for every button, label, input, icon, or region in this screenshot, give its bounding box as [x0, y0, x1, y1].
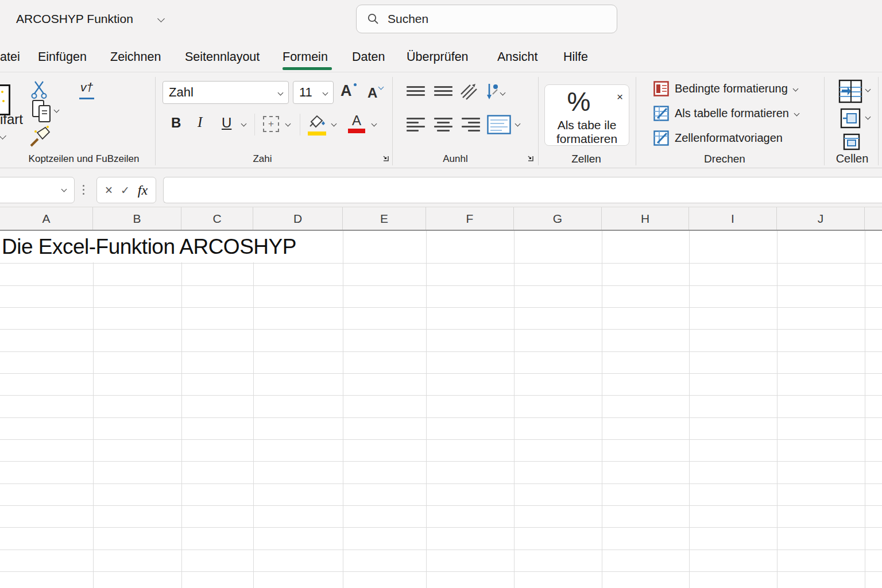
grid-line-horizontal — [0, 417, 882, 418]
insert-cells-icon[interactable] — [838, 79, 862, 103]
column-header-row: A B C D E F G H I J — [0, 207, 882, 230]
cell-styles-button[interactable]: Zellenformatvoriagen — [653, 130, 783, 146]
tab-datei[interactable]: atei — [0, 50, 20, 64]
format-as-table-button[interactable]: Als tabelle formatieren — [653, 106, 799, 121]
fill-color-button[interactable] — [308, 114, 327, 136]
align-left-icon[interactable] — [407, 118, 425, 131]
button-label: Zellenformatvoriagen — [675, 131, 783, 145]
spreadsheet-grid[interactable]: Die Excel-Funktion ARCOSHYP — [0, 231, 882, 588]
column-header-e[interactable]: E — [343, 207, 426, 230]
tab-hilfe[interactable]: Hilfe — [563, 50, 588, 64]
font-name-value: Zahl — [169, 85, 194, 100]
group-separator — [878, 77, 879, 165]
column-header-d[interactable]: D — [253, 207, 343, 230]
grid-line-vertical — [689, 231, 690, 588]
cell-a1[interactable]: Die Excel-Funktion ARCOSHYP — [0, 231, 323, 262]
grow-font-button[interactable]: A — [341, 82, 352, 100]
column-header-j[interactable]: J — [777, 207, 865, 230]
cancel-icon[interactable]: × — [105, 183, 113, 198]
align-middle-icon[interactable] — [434, 86, 452, 96]
divider — [254, 114, 255, 136]
column-header-partial[interactable] — [865, 207, 882, 230]
percent-format-card[interactable]: % × Als tabe ile formatieren — [544, 84, 629, 146]
tab-formeln-active[interactable]: Formein — [283, 50, 328, 64]
tab-zeichnen[interactable]: Zeichnen — [110, 50, 161, 64]
italic-button[interactable]: I — [198, 114, 202, 130]
underline-button[interactable]: U — [222, 115, 231, 131]
tab-daten[interactable]: Daten — [352, 50, 385, 64]
group-separator — [155, 77, 156, 165]
indent-icon[interactable] — [483, 82, 501, 101]
bold-button[interactable]: B — [171, 115, 181, 131]
font-size-value: 11 — [299, 85, 312, 100]
grid-line-vertical — [777, 231, 777, 588]
divider — [0, 72, 882, 72]
grid-line-horizontal — [0, 483, 882, 484]
grid-line-vertical — [181, 231, 182, 588]
align-right-icon[interactable] — [462, 118, 480, 131]
formula-bar-grip[interactable] — [83, 183, 84, 197]
divider — [0, 168, 882, 168]
paint-bucket-icon — [308, 114, 327, 129]
column-header-f[interactable]: F — [426, 207, 514, 230]
search-icon — [367, 13, 380, 25]
button-label: Bedingte formatierung — [675, 82, 788, 95]
fill-color-bar — [308, 131, 326, 136]
cut-icon[interactable] — [30, 80, 48, 99]
font-name-chevron-icon — [278, 90, 284, 95]
align-top-icon[interactable] — [407, 86, 425, 96]
shrink-font-button[interactable]: A — [368, 85, 377, 101]
superscript-mark-icon[interactable]: v† — [79, 80, 94, 99]
search-input[interactable]: Suchen — [356, 5, 617, 33]
orientation-icon[interactable] — [459, 82, 479, 101]
group-separator — [824, 77, 825, 165]
group-label-font: Zahi — [253, 153, 272, 165]
close-icon[interactable]: × — [617, 91, 623, 103]
font-color-bar — [348, 129, 365, 133]
column-header-h[interactable]: H — [602, 207, 689, 230]
grid-line-horizontal — [0, 307, 882, 308]
tab-seitenlayout[interactable]: Seitennlayout — [185, 50, 260, 64]
format-painter-icon[interactable] — [28, 125, 52, 149]
percent-icon[interactable]: % — [545, 86, 613, 117]
group-label-styles: Drechen — [704, 153, 745, 165]
card-text-line2: formatieren — [545, 132, 629, 146]
dialog-launcher-icon[interactable] — [526, 154, 534, 162]
paste-copy-icon[interactable] — [32, 99, 55, 126]
grid-line-horizontal — [0, 351, 882, 352]
font-color-icon: A — [348, 113, 365, 128]
column-header-b[interactable]: B — [93, 207, 181, 230]
group-label-cells: Cellen — [836, 152, 869, 165]
conditional-formatting-icon — [653, 81, 669, 96]
align-center-icon[interactable] — [434, 118, 452, 131]
group-separator — [538, 77, 539, 165]
merge-cells-icon[interactable] — [487, 115, 511, 134]
font-name-select[interactable]: Zahl — [163, 81, 289, 104]
conditional-formatting-button[interactable]: Bedingte formatierung — [653, 81, 798, 96]
button-label: Als tabelle formatieren — [675, 107, 789, 120]
formula-input[interactable] — [163, 177, 882, 203]
column-header-g[interactable]: G — [514, 207, 602, 230]
dialog-launcher-icon[interactable] — [381, 154, 389, 162]
column-header-i[interactable]: I — [689, 207, 777, 230]
delete-cells-icon[interactable] — [840, 108, 861, 129]
column-header-c[interactable]: C — [181, 207, 253, 230]
enter-icon[interactable]: ✓ — [121, 184, 130, 196]
tab-ueberpruefen[interactable]: Überprüfen — [407, 50, 469, 64]
grid-line-vertical — [865, 231, 865, 588]
insert-function-icon[interactable]: fx — [138, 183, 148, 198]
grid-line-vertical — [93, 231, 94, 588]
name-box[interactable] — [0, 177, 75, 203]
grid-line-vertical — [602, 231, 602, 588]
tab-ansicht[interactable]: Ansicht — [497, 50, 538, 64]
font-color-button[interactable]: A — [348, 113, 365, 133]
clipped-page-icon[interactable] — [0, 84, 10, 115]
grid-line-horizontal — [0, 395, 882, 396]
column-header-a[interactable]: A — [0, 207, 93, 230]
search-placeholder: Suchen — [388, 12, 428, 26]
borders-icon[interactable]: + — [263, 116, 279, 132]
tab-einfuegen[interactable]: Einfügen — [38, 50, 87, 64]
font-size-chevron-icon — [323, 90, 328, 95]
format-cells-icon[interactable] — [843, 133, 860, 150]
font-size-select[interactable]: 11 — [293, 81, 334, 104]
